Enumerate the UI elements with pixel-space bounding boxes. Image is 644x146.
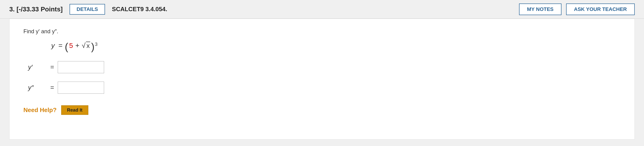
ask-teacher-button[interactable]: ASK YOUR TEACHER bbox=[566, 4, 635, 15]
my-notes-button[interactable]: MY NOTES bbox=[519, 4, 562, 15]
y-prime-input[interactable] bbox=[58, 61, 104, 73]
y-double-prime-label: y″ bbox=[28, 84, 46, 91]
sqrt-container: √ x bbox=[82, 42, 90, 49]
sqrt-symbol: √ bbox=[82, 42, 85, 49]
formula-rhs: ( 5 + √ x ) 3 bbox=[65, 42, 98, 52]
header-bar: 3. [-/33.33 Points] DETAILS SCALCET9 3.4… bbox=[0, 0, 644, 19]
y-prime-label: y′ bbox=[28, 63, 46, 71]
header-buttons: MY NOTES ASK YOUR TEACHER bbox=[519, 4, 635, 15]
formula-display: y = ( 5 + √ x ) 3 bbox=[51, 42, 620, 52]
formula-equals: = bbox=[58, 42, 62, 49]
formula-exponent: 3 bbox=[95, 42, 98, 47]
formula-number-red: 5 bbox=[69, 42, 73, 49]
details-button[interactable]: DETAILS bbox=[70, 4, 105, 15]
points-label: [-/33.33 Points] bbox=[16, 6, 62, 13]
need-help-label: Need Help? bbox=[24, 106, 56, 114]
problem-code: SCALCET9 3.4.054. bbox=[112, 6, 519, 13]
y-double-prime-equals: = bbox=[50, 84, 54, 91]
y-double-prime-row: y″ = bbox=[28, 82, 620, 94]
formula-plus: + bbox=[75, 42, 80, 49]
open-paren: ( bbox=[65, 42, 68, 52]
problem-number: 3. [-/33.33 Points] bbox=[9, 6, 62, 13]
formula-lhs: y bbox=[51, 42, 55, 49]
sqrt-x: x bbox=[86, 42, 90, 49]
page-wrapper: 3. [-/33.33 Points] DETAILS SCALCET9 3.4… bbox=[0, 0, 644, 146]
problem-instructions: Find y′ and y″. bbox=[24, 28, 620, 35]
y-prime-row: y′ = bbox=[28, 61, 620, 73]
content-area: Find y′ and y″. y = ( 5 + √ x ) 3 y′ = bbox=[9, 19, 635, 139]
need-help-section: Need Help? Read It bbox=[24, 105, 620, 115]
close-paren: ) bbox=[91, 42, 94, 52]
problem-number-value: 3. bbox=[9, 6, 14, 13]
y-prime-equals: = bbox=[50, 63, 54, 71]
y-double-prime-input[interactable] bbox=[58, 82, 104, 94]
read-it-button[interactable]: Read It bbox=[61, 105, 88, 115]
